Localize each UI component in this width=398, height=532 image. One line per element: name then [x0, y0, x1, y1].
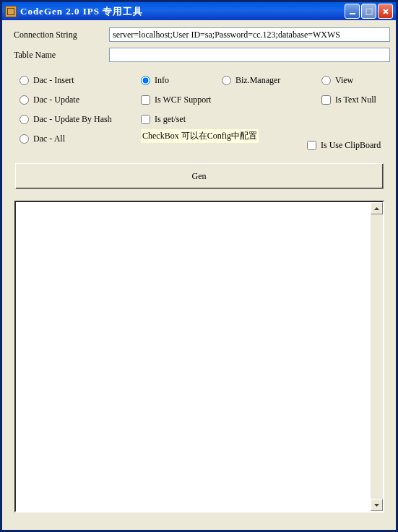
close-icon [382, 8, 389, 15]
check-text-null[interactable]: Is Text Null [321, 90, 376, 110]
window-title: CodeGen 2.0 IPS 专用工具 [20, 5, 345, 18]
scroll-down-button[interactable] [371, 499, 383, 511]
check-clipboard-input[interactable] [307, 141, 316, 150]
connection-row: Connection String [8, 27, 390, 42]
check-wcf[interactable]: Is WCF Support [141, 90, 211, 110]
radio-dac-all-label: Dac - All [33, 134, 65, 144]
maximize-button[interactable] [361, 4, 376, 19]
connection-label: Connection String [8, 30, 109, 40]
radio-dac-all-input[interactable] [20, 134, 29, 144]
config-hint: CheckBox 可以在Config中配置 [141, 129, 259, 143]
radio-dac-update-hash-label: Dac - Update By Hash [33, 114, 112, 125]
check-getset[interactable]: Is get/set [141, 110, 186, 129]
scroll-up-button[interactable] [371, 202, 383, 214]
check-getset-label: Is get/set [155, 114, 186, 125]
vertical-scrollbar[interactable] [371, 202, 383, 511]
app-window: CodeGen 2.0 IPS 专用工具 Connection String T… [0, 0, 398, 532]
check-wcf-label: Is WCF Support [155, 95, 211, 105]
table-label: Table Name [8, 50, 109, 61]
check-textnull-wrap: Is Text Null [321, 90, 376, 110]
close-button[interactable] [378, 4, 393, 19]
svg-rect-1 [366, 9, 372, 14]
connection-input[interactable] [109, 27, 390, 42]
radio-biz-manager-label: Biz.Manager [235, 75, 280, 86]
dac-radio-group: Dac - Insert Dac - Update Dac - Update B… [20, 71, 112, 149]
radio-dac-all[interactable]: Dac - All [20, 129, 112, 149]
check-getset-input[interactable] [141, 115, 150, 124]
radio-dac-update-hash[interactable]: Dac - Update By Hash [20, 110, 112, 129]
output-textarea[interactable] [16, 202, 371, 511]
check-wcf-input[interactable] [141, 95, 150, 105]
radio-dac-insert[interactable]: Dac - Insert [20, 71, 112, 90]
radio-info-wrap: Info [141, 71, 169, 90]
output-container [14, 201, 384, 513]
radio-dac-insert-label: Dac - Insert [33, 75, 74, 86]
gen-button[interactable]: Gen [15, 163, 384, 189]
window-controls [345, 4, 393, 19]
check-clipboard[interactable]: Is Use ClipBoard [307, 136, 381, 155]
radio-view-label: View [335, 75, 353, 86]
radio-dac-update-hash-input[interactable] [20, 115, 29, 124]
table-input[interactable] [109, 48, 390, 62]
radio-dac-update-input[interactable] [20, 95, 29, 105]
radio-dac-update-label: Dac - Update [33, 95, 79, 105]
check-text-null-label: Is Text Null [335, 95, 376, 105]
radio-dac-update[interactable]: Dac - Update [20, 90, 112, 110]
radio-view[interactable]: View [321, 71, 353, 90]
radio-view-input[interactable] [321, 76, 331, 85]
check-clipboard-wrap: Is Use ClipBoard [307, 136, 381, 155]
check-clipboard-label: Is Use ClipBoard [321, 140, 381, 151]
app-icon [5, 6, 17, 17]
maximize-icon [365, 8, 373, 15]
radio-biz-wrap: Biz.Manager [222, 71, 280, 90]
radio-view-wrap: View [321, 71, 353, 90]
radio-info-input[interactable] [141, 76, 150, 85]
radio-biz-manager-input[interactable] [222, 76, 231, 85]
minimize-button[interactable] [345, 4, 360, 19]
options-area: Dac - Insert Dac - Update Dac - Update B… [8, 71, 390, 150]
check-wcf-wrap: Is WCF Support [141, 90, 211, 110]
table-row: Table Name [8, 48, 390, 62]
chevron-up-icon [374, 207, 379, 210]
check-text-null-input[interactable] [321, 95, 331, 105]
minimize-icon [349, 8, 356, 15]
svg-rect-0 [350, 13, 355, 14]
titlebar[interactable]: CodeGen 2.0 IPS 专用工具 [2, 2, 396, 20]
chevron-down-icon [374, 504, 379, 507]
radio-info[interactable]: Info [141, 71, 169, 90]
client-area: Connection String Table Name Dac - Inser… [2, 20, 396, 530]
radio-biz-manager[interactable]: Biz.Manager [222, 71, 280, 90]
radio-info-label: Info [155, 75, 169, 86]
check-getset-wrap: Is get/set [141, 110, 186, 129]
radio-dac-insert-input[interactable] [20, 76, 29, 85]
